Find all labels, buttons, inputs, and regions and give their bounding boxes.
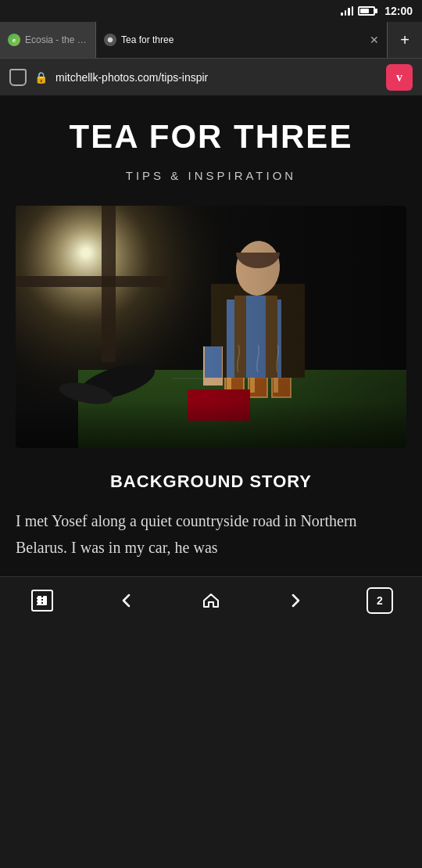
new-tab-button[interactable]: + [388, 22, 422, 58]
close-tab-icon[interactable]: ✕ [370, 34, 379, 46]
url-display[interactable]: mitchellk-photos.com/tips-inspir [55, 71, 378, 84]
back-button[interactable] [107, 585, 146, 616]
page-subtitle: TIPS & INSPIRATION [16, 169, 406, 182]
tab-ecosia-label: Ecosia - the sea [25, 34, 88, 45]
tabs-count-badge: 2 [367, 587, 393, 614]
reader-mode-button[interactable] [23, 585, 62, 616]
ecosia-favicon: e [8, 34, 20, 46]
signal-icon [341, 6, 353, 16]
tabs-button[interactable]: 2 [360, 585, 399, 616]
section-heading-background: BACKGROUND STORY [16, 472, 406, 492]
status-icons: 12:00 [341, 5, 413, 17]
hero-canvas [16, 206, 406, 448]
browser-tabs: e Ecosia - the sea ⊛ Tea for three ✕ + [0, 22, 422, 58]
tab-tea-label: Tea for three [121, 34, 173, 45]
shield-icon [9, 69, 27, 86]
reader-icon [31, 590, 53, 612]
bottom-navigation: 2 [0, 576, 422, 623]
forward-button[interactable] [276, 585, 315, 616]
pocket-button[interactable]: v [386, 64, 413, 91]
page-title: TEA FOR THREE [16, 119, 406, 155]
lock-icon: 🔒 [34, 71, 48, 84]
home-button[interactable] [191, 585, 231, 616]
tabs-count: 2 [377, 594, 383, 607]
tea-favicon: ⊛ [104, 34, 116, 46]
status-bar: 12:00 [0, 0, 422, 22]
body-text: I met Yosef along a quiet countryside ro… [16, 508, 406, 561]
main-content: TEA FOR THREE TIPS & INSPIRATION BACKGRO… [0, 95, 422, 576]
tab-tea-for-three[interactable]: ⊛ Tea for three ✕ [96, 22, 388, 58]
svg-rect-1 [43, 596, 47, 605]
tab-ecosia[interactable]: e Ecosia - the sea [0, 22, 96, 58]
svg-rect-0 [38, 596, 41, 605]
status-time: 12:00 [384, 5, 413, 17]
address-bar[interactable]: 🔒 mitchellk-photos.com/tips-inspir v [0, 58, 422, 95]
battery-icon [358, 6, 375, 16]
hero-image [16, 206, 406, 448]
